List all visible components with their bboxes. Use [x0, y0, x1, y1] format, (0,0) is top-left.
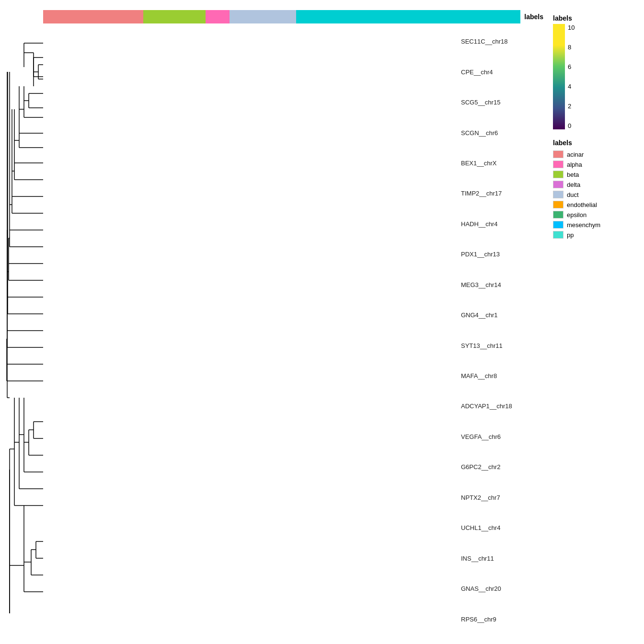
legend-swatch: [553, 231, 564, 239]
row-label: PDX1__chr13: [461, 251, 543, 257]
row-label: HADH__chr4: [461, 220, 543, 227]
row-label: ADCYAP1__chr18: [461, 403, 543, 410]
colorbar-acinar2: [105, 10, 144, 23]
row-label: MAFA__chr8: [461, 373, 543, 379]
colorbar-acinar1: [43, 10, 105, 23]
colorscale-canvas: [553, 24, 565, 129]
legend-swatch: [553, 201, 564, 208]
legend-swatch: [553, 211, 564, 218]
row-label: NPTX2__chr7: [461, 495, 543, 501]
row-label: SYT13__chr11: [461, 343, 543, 349]
row-label: INS__chr11: [461, 556, 543, 562]
row-label: SCG5__chr15: [461, 99, 543, 105]
row-label: TIMP2__chr17: [461, 190, 543, 196]
colorscale-tick: 4: [568, 83, 575, 90]
right-section: labels 1086420 labels acinaralphabetadel…: [543, 10, 639, 634]
colorbar-beta: [143, 10, 206, 23]
legend-item: duct: [553, 191, 639, 198]
colorscale-tick: 10: [568, 24, 575, 31]
legend-item: acinar: [553, 150, 639, 158]
heatmap-with-labels: SEC11C__chr18CPE__chr4SCG5__chr15SCGN__c…: [43, 25, 543, 635]
color-bar: [43, 10, 520, 23]
colorscale-tick: 2: [568, 103, 575, 110]
legend-item: delta: [553, 181, 639, 188]
legend-item: pp: [553, 231, 639, 239]
legend-label: endothelial: [567, 201, 597, 208]
legend-item: endothelial: [553, 201, 639, 208]
legend-swatch: [553, 191, 564, 198]
row-label: GNAS__chr20: [461, 586, 543, 593]
heatmap-canvas: [43, 25, 457, 635]
row-label: UCHL1__chr4: [461, 526, 543, 532]
colorscale-title: labels: [553, 14, 639, 22]
row-label: MEG3__chr14: [461, 281, 543, 288]
legend-label: mesenchym: [567, 221, 600, 229]
main-container: labels SEC11C__chr18CPE__chr4SCG5__chr15…: [0, 0, 644, 644]
row-label: SCGN__chr6: [461, 129, 543, 135]
colorbar-label: labels: [524, 12, 543, 20]
legend-label: epsilon: [567, 211, 586, 218]
legend-item: beta: [553, 171, 639, 178]
row-label: GNG4__chr1: [461, 312, 543, 318]
legend-label: pp: [567, 231, 574, 239]
legend-items: acinaralphabetadeltaductendothelialepsil…: [553, 150, 639, 239]
legend-item: alpha: [553, 161, 639, 168]
legend-swatch: [553, 221, 564, 229]
colorscale-legend: labels 1086420: [553, 14, 639, 139]
legend-label: duct: [567, 191, 579, 198]
legend-swatch: [553, 181, 564, 188]
row-label: BEX1__chrX: [461, 160, 543, 166]
legend-item: mesenchym: [553, 221, 639, 229]
legend-label: beta: [567, 171, 579, 178]
heatmap-section: labels SEC11C__chr18CPE__chr4SCG5__chr15…: [43, 10, 543, 634]
row-label: G6PC2__chr2: [461, 464, 543, 471]
heatmap-canvas-container: [43, 25, 457, 635]
legend-swatch: [553, 161, 564, 168]
colorscale-tick: 6: [568, 63, 575, 70]
colorscale-ticks: 1086420: [565, 24, 575, 129]
left-section: labels SEC11C__chr18CPE__chr4SCG5__chr15…: [5, 10, 543, 634]
category-legend: labels acinaralphabetadeltaductendotheli…: [553, 139, 639, 239]
legend-label: acinar: [567, 151, 584, 158]
row-label: SEC11C__chr18: [461, 37, 543, 44]
colorbar-duct: [230, 10, 296, 23]
legend-label: delta: [567, 181, 580, 188]
colorbar-rest: [296, 10, 520, 23]
colorscale-tick: 8: [568, 44, 575, 51]
dendrogram-area: [5, 10, 43, 634]
colorscale-tick: 0: [568, 122, 575, 129]
colorscale-area: 1086420: [553, 24, 639, 129]
colorbar-alpha: [206, 10, 230, 23]
colorscale-bar: [553, 24, 565, 129]
legend-swatch: [553, 171, 564, 178]
row-labels: SEC11C__chr18CPE__chr4SCG5__chr15SCGN__c…: [457, 25, 543, 635]
legend-swatch: [553, 150, 564, 158]
legend-item: epsilon: [553, 211, 639, 218]
dendrogram-svg: [5, 38, 43, 642]
legend-title: labels: [553, 139, 639, 147]
row-label: CPE__chr4: [461, 68, 543, 74]
row-label: VEGFA__chr6: [461, 434, 543, 440]
legend-label: alpha: [567, 161, 582, 168]
color-bar-row: labels: [43, 10, 543, 23]
row-label: RPS6__chr9: [461, 617, 543, 623]
